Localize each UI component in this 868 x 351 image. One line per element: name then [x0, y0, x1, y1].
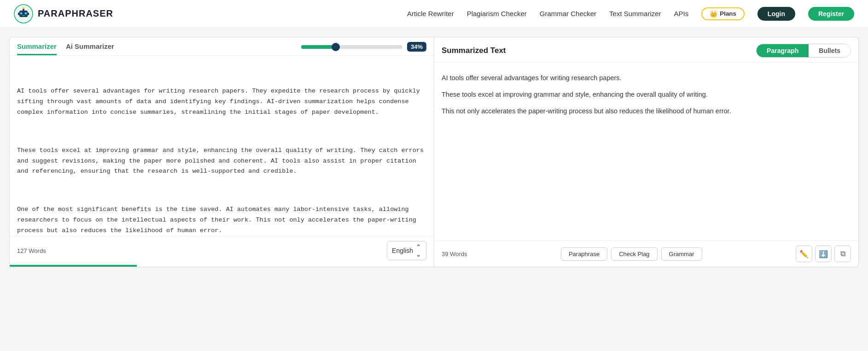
output-paragraph-2: These tools excel at improving grammar a…: [442, 88, 851, 100]
nav-text-summarizer[interactable]: Text Summarizer: [609, 10, 661, 18]
svg-point-6: [23, 7, 24, 9]
toggle-bullets[interactable]: Bullets: [809, 44, 851, 57]
slider-thumb: [332, 43, 340, 51]
left-footer: 127 Words English ⌃⌄: [10, 236, 434, 265]
logo-icon: [14, 4, 33, 23]
paraphrase-button[interactable]: Paraphrase: [561, 247, 607, 261]
tab-summarizer[interactable]: Summarizer: [17, 42, 57, 55]
slider-fill: [301, 45, 336, 49]
svg-rect-4: [22, 15, 25, 16]
language-label: English: [392, 247, 413, 254]
output-paragraph-3: This not only accelerates the paper-writ…: [442, 105, 851, 117]
nav-plagiarism-checker[interactable]: Plagiarism Checker: [467, 10, 527, 18]
logo[interactable]: PARAPHRASER: [14, 4, 113, 23]
header: PARAPHRASER Article Rewriter Plagiarism …: [0, 0, 868, 28]
right-title: Summarized Text: [442, 46, 506, 55]
right-word-count: 39 Words: [442, 251, 467, 257]
check-plag-button[interactable]: Check Plag: [611, 247, 657, 261]
right-header: Summarized Text Paragraph Bullets: [434, 37, 858, 63]
slider-track[interactable]: [301, 45, 402, 49]
view-toggle: Paragraph Bullets: [756, 44, 851, 58]
input-paragraph-2: These tools excel at improving grammar a…: [17, 146, 426, 177]
chevron-updown-icon: ⌃⌄: [416, 243, 421, 258]
output-text-area: AI tools offer several advantages for wr…: [434, 63, 858, 240]
right-footer: 39 Words Paraphrase Check Plag Grammar ✏…: [434, 240, 858, 267]
nav-grammar-checker[interactable]: Grammar Checker: [540, 10, 596, 18]
main-area: Summarizer Ai Summarizer 34% AI tools of…: [0, 28, 868, 351]
tab-ai-summarizer[interactable]: Ai Summarizer: [66, 42, 114, 55]
input-paragraph-3: One of the most significant benefits is …: [17, 205, 426, 236]
right-panel: Summarized Text Paragraph Bullets AI too…: [434, 37, 859, 267]
svg-point-3: [25, 12, 27, 14]
input-text-area[interactable]: AI tools offer several advantages for wr…: [10, 56, 434, 236]
download-icon-button[interactable]: ⬇️: [815, 246, 832, 262]
copy-icon: ⧉: [840, 250, 845, 258]
language-selector[interactable]: English ⌃⌄: [387, 241, 426, 260]
nav-apis[interactable]: APIs: [674, 10, 689, 18]
slider-area: 34%: [301, 42, 426, 52]
left-panel: Summarizer Ai Summarizer 34% AI tools of…: [9, 37, 434, 267]
download-icon: ⬇️: [819, 250, 828, 258]
action-buttons: Paraphrase Check Plag Grammar: [561, 247, 702, 261]
main-nav: Article Rewriter Plagiarism Checker Gram…: [407, 7, 854, 21]
copy-icon-button[interactable]: ⧉: [834, 246, 851, 262]
grammar-button[interactable]: Grammar: [661, 247, 702, 261]
output-paragraph-1: AI tools offer several advantages for wr…: [442, 72, 851, 84]
login-button[interactable]: Login: [757, 7, 795, 21]
plans-label: Plans: [720, 10, 736, 17]
register-button[interactable]: Register: [808, 7, 854, 21]
left-word-count: 127 Words: [17, 247, 46, 254]
nav-article-rewriter[interactable]: Article Rewriter: [407, 10, 454, 18]
svg-rect-8: [28, 12, 29, 15]
toggle-paragraph[interactable]: Paragraph: [757, 44, 809, 57]
progress-bar: [10, 265, 137, 267]
icon-buttons: ✏️ ⬇️ ⧉: [796, 246, 851, 262]
plans-button[interactable]: 👑 Plans: [701, 7, 745, 20]
edit-icon-button[interactable]: ✏️: [796, 246, 812, 262]
svg-rect-7: [18, 12, 19, 15]
edit-icon: ✏️: [799, 250, 809, 258]
input-paragraph-1: AI tools offer several advantages for wr…: [17, 86, 426, 118]
svg-point-2: [20, 12, 23, 14]
tab-bar: Summarizer Ai Summarizer 34%: [10, 37, 434, 56]
slider-percentage: 34%: [407, 42, 426, 52]
crown-icon: 👑: [710, 10, 717, 18]
logo-text: PARAPHRASER: [38, 8, 113, 19]
